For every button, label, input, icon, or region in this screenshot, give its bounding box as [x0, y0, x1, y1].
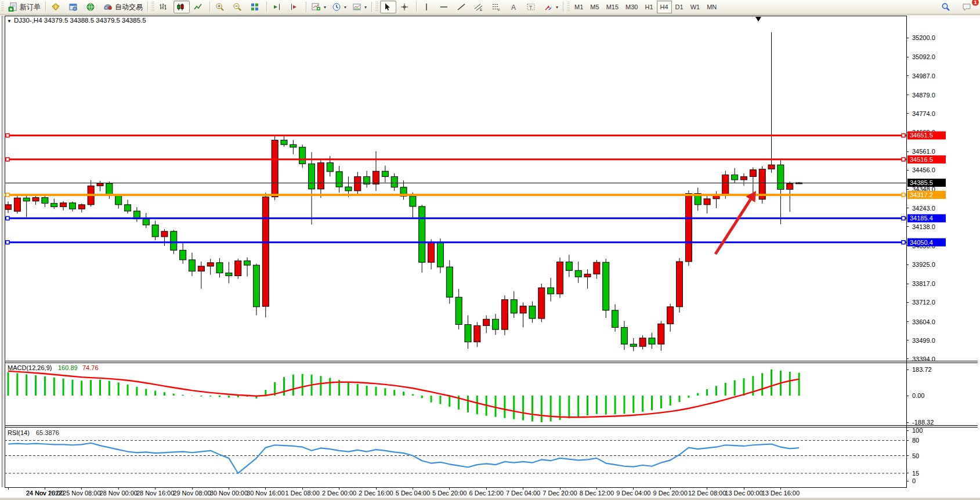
toolbar-grip[interactable]: [375, 2, 378, 12]
candlestick-chart-button[interactable]: [173, 1, 190, 13]
rsi-pane[interactable]: [5, 427, 906, 487]
toolbar-grip[interactable]: [151, 2, 154, 12]
autotrading-button[interactable]: 自动交易: [101, 1, 145, 13]
timeframe-group: M1M5M15M30H1H4D1W1MN: [571, 0, 720, 14]
auto-scroll-button[interactable]: [287, 1, 303, 13]
candle-bull: [14, 198, 20, 211]
price-tick-label: 34456.0: [912, 166, 935, 173]
timeframe-button-H1[interactable]: H1: [641, 1, 656, 13]
chevron-down-icon: ▾: [364, 5, 367, 10]
bar-chart-button[interactable]: [156, 1, 172, 13]
candle-bear: [493, 319, 499, 329]
svg-text:F: F: [498, 8, 500, 12]
price-tick-label: 33925.0: [912, 261, 935, 268]
candle-bear: [548, 288, 554, 294]
timeframe-button-W1[interactable]: W1: [687, 1, 704, 13]
price-tag-label: 34651.5: [910, 132, 933, 139]
zoom-in-button[interactable]: [213, 1, 229, 13]
line-handle[interactable]: [6, 133, 9, 137]
candle-bear: [189, 260, 196, 271]
separator: [563, 2, 564, 12]
candle-bull: [768, 165, 775, 169]
market-watch-button[interactable]: [49, 1, 65, 13]
line-handle[interactable]: [6, 216, 9, 220]
candle-bear: [437, 242, 443, 267]
time-label: 28 Nov 16:00: [136, 490, 174, 497]
text-label-icon: T: [526, 2, 536, 12]
price-tag: 34516.5: [907, 155, 946, 164]
order-group: 新订单 自动交易: [5, 0, 156, 14]
candle-bull: [787, 184, 793, 190]
candle-bear: [419, 206, 425, 262]
search-button[interactable]: [939, 1, 955, 13]
arrows-button[interactable]: ▾: [541, 1, 560, 13]
line-handle[interactable]: [902, 133, 905, 137]
market-watch-icon: [51, 2, 60, 12]
symbol-ohlc-text: DJ30-,H4 34379.5 34388.5 34379.5 34385.5: [14, 17, 146, 24]
timeframe-button-M1[interactable]: M1: [571, 1, 587, 13]
cursor-button[interactable]: [380, 1, 396, 13]
time-label: 5 Dec 04:00: [396, 490, 430, 497]
time-label: 13 Dec 16:00: [762, 490, 800, 497]
timeframe-button-MN[interactable]: MN: [703, 1, 720, 13]
data-window-button[interactable]: [66, 1, 82, 13]
candle-bear: [566, 262, 572, 271]
timeframe-button-H4[interactable]: H4: [657, 1, 672, 13]
timeframe-button-D1[interactable]: D1: [672, 1, 687, 13]
line-handle[interactable]: [6, 241, 9, 244]
line-handle[interactable]: [902, 216, 905, 220]
templates-button[interactable]: ▾: [350, 1, 369, 13]
chat-badge: 1: [972, 0, 979, 6]
candle-bear: [216, 263, 223, 273]
time-label: 6 Dec 12:00: [469, 490, 504, 497]
line-handle[interactable]: [6, 158, 9, 161]
candle-bull: [538, 288, 545, 318]
line-chart-button[interactable]: [191, 1, 207, 13]
tile-windows-button[interactable]: [248, 1, 264, 13]
equidistant-channel-button[interactable]: E: [472, 1, 488, 13]
toolbar-grip[interactable]: [1, 2, 4, 12]
new-order-button[interactable]: 新订单: [6, 1, 43, 13]
candle-bear: [778, 165, 784, 189]
candle-bull: [639, 338, 646, 346]
vertical-line-button[interactable]: [420, 1, 436, 13]
candle-bear: [575, 270, 581, 277]
fibonacci-button[interactable]: F: [489, 1, 505, 13]
indicators-button[interactable]: ▾: [309, 1, 328, 13]
macd-axis-label: 0.00: [912, 392, 924, 399]
candle-bear: [410, 196, 416, 206]
separator: [416, 2, 417, 12]
chart-shift-button[interactable]: [270, 1, 286, 13]
toolbar-grip[interactable]: [567, 2, 570, 12]
line-handle[interactable]: [902, 241, 905, 244]
periods-button[interactable]: ▾: [330, 1, 349, 13]
text-icon: A: [509, 2, 518, 12]
candle-bear: [253, 265, 259, 307]
price-tick-label: 35092.0: [912, 53, 935, 60]
candle-bear: [446, 267, 453, 297]
crosshair-button[interactable]: [397, 1, 414, 13]
candle-bull: [704, 199, 710, 205]
text-label-button[interactable]: T: [524, 1, 540, 13]
symbol-label[interactable]: ▼DJ30-,H4 34379.5 34388.5 34379.5 34385.…: [7, 17, 146, 24]
navigator-button[interactable]: [84, 1, 100, 13]
zoom-out-button[interactable]: [230, 1, 247, 13]
trendline-button[interactable]: [454, 1, 471, 13]
text-button[interactable]: A: [507, 1, 523, 13]
price-tick-label: 34243.0: [912, 205, 935, 212]
line-handle[interactable]: [902, 158, 905, 161]
timeframe-button-M5[interactable]: M5: [587, 1, 602, 13]
time-label: 28 Nov 00:00: [99, 490, 137, 497]
line-handle[interactable]: [6, 193, 9, 197]
chevron-down-icon: ▾: [324, 5, 326, 10]
line-handle[interactable]: [902, 193, 905, 197]
timeframe-button-M15[interactable]: M15: [603, 1, 622, 13]
candle-bull: [97, 183, 103, 186]
chart-shift-icon: [272, 2, 281, 12]
chat-icon: [962, 2, 971, 12]
horizontal-line-button[interactable]: [437, 1, 453, 13]
timeframe-button-M30[interactable]: M30: [622, 1, 641, 13]
symbol-collapse-icon: ▼: [7, 19, 12, 24]
chat-button[interactable]: 1: [960, 1, 976, 13]
rsi-value: 65.3876: [36, 429, 59, 436]
